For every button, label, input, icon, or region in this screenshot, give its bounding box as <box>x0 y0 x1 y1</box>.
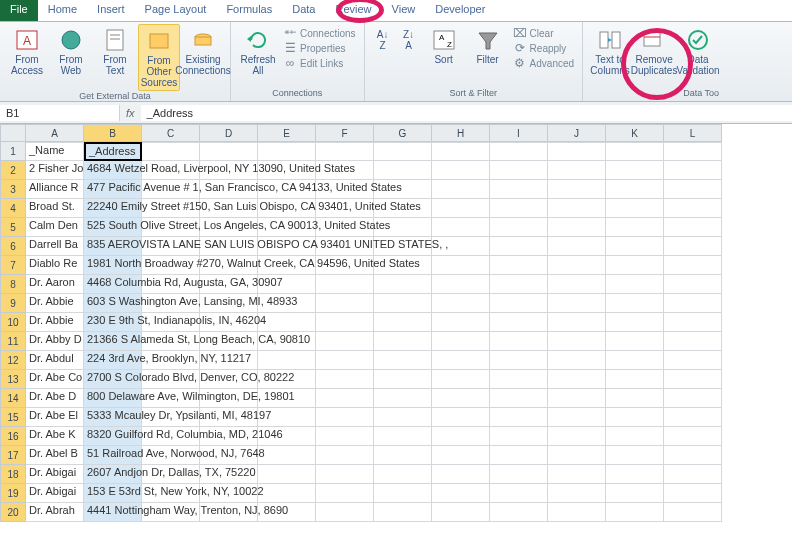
cell[interactable]: Dr. Abe K <box>26 427 84 446</box>
cell[interactable] <box>490 294 548 313</box>
cell[interactable]: Dr. Abe D <box>26 389 84 408</box>
cell[interactable] <box>258 351 316 370</box>
row-header[interactable]: 16 <box>0 427 26 446</box>
cell[interactable] <box>548 351 606 370</box>
cell[interactable] <box>490 351 548 370</box>
cell[interactable] <box>548 294 606 313</box>
cell[interactable] <box>664 484 722 503</box>
cell[interactable] <box>606 199 664 218</box>
cell[interactable]: 5333 Mcauley Dr, Ypsilanti, MI, 48197 <box>84 408 142 427</box>
cell[interactable] <box>432 275 490 294</box>
sort-az-button[interactable]: A↓Z <box>371 24 395 72</box>
cell[interactable] <box>606 161 664 180</box>
cell[interactable]: Dr. Abby D <box>26 332 84 351</box>
formula-input[interactable]: _Address <box>141 105 792 121</box>
cell[interactable] <box>432 142 490 161</box>
tab-file[interactable]: File <box>0 0 38 21</box>
cell[interactable] <box>606 332 664 351</box>
cell[interactable] <box>432 389 490 408</box>
cell[interactable]: 800 Delaware Ave, Wilmington, DE, 19801 <box>84 389 142 408</box>
cell[interactable] <box>548 484 606 503</box>
cell[interactable] <box>316 142 374 161</box>
cell[interactable] <box>664 218 722 237</box>
cell[interactable] <box>490 142 548 161</box>
cell[interactable]: 4684 Wetzel Road, Liverpool, NY 13090, U… <box>84 161 142 180</box>
cell[interactable] <box>548 180 606 199</box>
cell[interactable] <box>316 465 374 484</box>
cell[interactable] <box>664 351 722 370</box>
refresh-all-button[interactable]: Refresh All <box>237 24 279 78</box>
cell[interactable] <box>664 427 722 446</box>
cell[interactable] <box>548 370 606 389</box>
cell[interactable] <box>664 199 722 218</box>
cell[interactable]: 835 AEROVISTA LANE SAN LUIS OBISPO CA 93… <box>84 237 142 256</box>
cell[interactable] <box>258 313 316 332</box>
cell[interactable]: Dr. Abe Co <box>26 370 84 389</box>
cell[interactable] <box>374 446 432 465</box>
cell[interactable]: Dr. Abbie <box>26 294 84 313</box>
cell[interactable]: Broad St. <box>26 199 84 218</box>
col-header-K[interactable]: K <box>606 124 664 142</box>
cell[interactable] <box>664 256 722 275</box>
row-header[interactable]: 11 <box>0 332 26 351</box>
data-validation-button[interactable]: Data Validation <box>677 24 719 78</box>
cell[interactable] <box>258 142 316 161</box>
row-header[interactable]: 9 <box>0 294 26 313</box>
cell[interactable] <box>606 237 664 256</box>
cell[interactable] <box>316 427 374 446</box>
connections-item[interactable]: ⬴Connections <box>283 26 356 40</box>
cell[interactable] <box>432 427 490 446</box>
cell[interactable] <box>258 484 316 503</box>
cell[interactable] <box>664 142 722 161</box>
cell[interactable] <box>490 256 548 275</box>
cell[interactable]: 21366 S Alameda St, Long Beach, CA, 9081… <box>84 332 142 351</box>
filter-button[interactable]: Filter <box>467 24 509 72</box>
tab-view[interactable]: View <box>382 0 426 21</box>
cell[interactable]: 224 3rd Ave, Brooklyn, NY, 11217 <box>84 351 142 370</box>
cell[interactable]: 2 Fisher Jo <box>26 161 84 180</box>
cell[interactable] <box>548 237 606 256</box>
text-to-columns-button[interactable]: Text to Columns <box>589 24 631 78</box>
cell[interactable] <box>548 275 606 294</box>
row-header[interactable]: 6 <box>0 237 26 256</box>
cell[interactable] <box>548 313 606 332</box>
row-header[interactable]: 20 <box>0 503 26 522</box>
cell[interactable]: Dr. Abrah <box>26 503 84 522</box>
cell[interactable] <box>316 351 374 370</box>
row-header[interactable]: 12 <box>0 351 26 370</box>
cell[interactable] <box>200 142 258 161</box>
cell[interactable] <box>374 503 432 522</box>
cell[interactable] <box>432 218 490 237</box>
tab-review[interactable]: Review <box>325 0 381 21</box>
col-header-H[interactable]: H <box>432 124 490 142</box>
tab-data[interactable]: Data <box>282 0 325 21</box>
cell[interactable] <box>606 484 664 503</box>
cell[interactable] <box>664 237 722 256</box>
cell[interactable]: _Address <box>84 142 142 161</box>
row-header[interactable]: 7 <box>0 256 26 275</box>
cell[interactable] <box>548 332 606 351</box>
cell[interactable]: Calm Den <box>26 218 84 237</box>
cell[interactable] <box>432 294 490 313</box>
cell[interactable]: Dr. Aaron <box>26 275 84 294</box>
cell[interactable] <box>548 199 606 218</box>
cell[interactable]: 51 Railroad Ave, Norwood, NJ, 7648 <box>84 446 142 465</box>
clear-item[interactable]: ⌧Clear <box>513 26 574 40</box>
cell[interactable] <box>374 370 432 389</box>
cell[interactable] <box>490 332 548 351</box>
cell[interactable] <box>490 408 548 427</box>
from-other-sources-button[interactable]: From Other Sources <box>138 24 180 91</box>
cell[interactable] <box>432 161 490 180</box>
row-header[interactable]: 4 <box>0 199 26 218</box>
cell[interactable] <box>548 408 606 427</box>
cell[interactable] <box>490 389 548 408</box>
cell[interactable] <box>432 503 490 522</box>
cell[interactable] <box>432 408 490 427</box>
cell[interactable] <box>432 351 490 370</box>
cell[interactable] <box>606 465 664 484</box>
cell[interactable] <box>374 313 432 332</box>
cell[interactable]: Alliance R <box>26 180 84 199</box>
row-header[interactable]: 3 <box>0 180 26 199</box>
cell[interactable] <box>606 446 664 465</box>
cell[interactable] <box>432 465 490 484</box>
